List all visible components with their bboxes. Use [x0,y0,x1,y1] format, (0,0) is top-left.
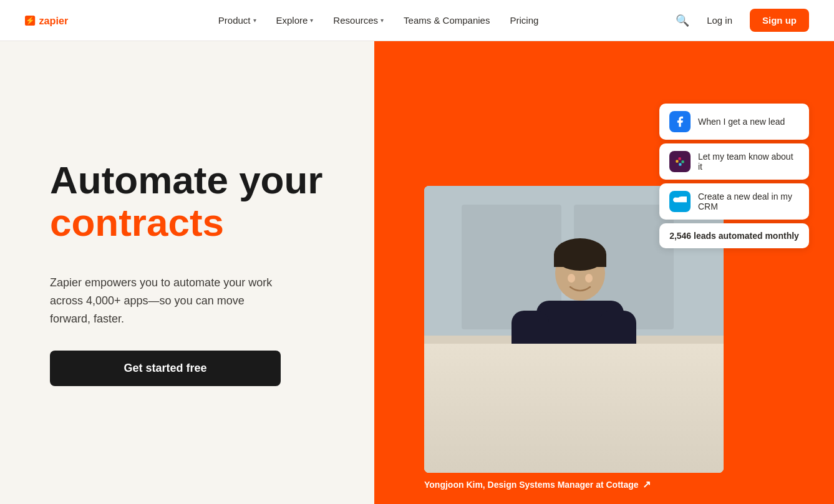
salesforce-icon [669,191,691,212]
svg-point-25 [669,358,689,371]
svg-point-22 [585,274,593,283]
hero-title-accent: contracts [50,201,337,244]
svg-text:zapier: zapier [39,15,69,26]
main-container: Automate your contracts Zapier empowers … [0,41,834,504]
search-icon[interactable]: 🔍 [676,14,689,27]
hero-title-line1: Automate your contracts [50,159,337,269]
svg-text:⚡: ⚡ [26,16,35,24]
svg-rect-14 [512,311,549,373]
stats-text: 2,546 leads automated monthly [669,231,799,241]
automation-card-facebook: When I get a new lead [659,104,809,140]
nav-resources[interactable]: Resources ▾ [326,10,391,31]
svg-rect-7 [487,361,711,435]
attribution-text: Yongjoon Kim, Design Systems Manager at … [424,480,639,490]
svg-rect-17 [546,376,639,431]
nav-explore[interactable]: Explore ▾ [269,10,321,31]
svg-rect-15 [599,311,636,373]
svg-rect-28 [679,157,681,160]
photo-attribution: Yongjoon Kim, Design Systems Manager at … [424,478,651,490]
svg-point-21 [568,274,575,283]
card-slack-text: Let my team know about it [698,152,799,172]
card-facebook-text: When I get a new lead [698,117,785,127]
nav-pricing[interactable]: Pricing [502,10,546,31]
svg-rect-12 [554,254,606,267]
svg-rect-27 [682,160,684,163]
svg-rect-8 [512,435,524,473]
svg-rect-20 [549,392,599,394]
automation-card-salesforce: Create a new deal in my CRM [659,183,809,220]
svg-rect-24 [674,366,685,390]
right-panel: When I get a new lead Let my team know a… [374,41,834,504]
slack-icon [669,151,691,172]
card-salesforce-text: Create a new deal in my CRM [698,191,799,211]
get-started-button[interactable]: Get started free [50,351,281,386]
svg-rect-26 [676,160,678,163]
svg-rect-29 [679,163,681,166]
left-panel: Automate your contracts Zapier empowers … [0,41,374,504]
navbar: ⚡ zapier Product ▾ Explore ▾ Resources ▾… [0,0,834,41]
login-button[interactable]: Log in [699,10,740,31]
nav-links: Product ▾ Explore ▾ Resources ▾ Teams & … [211,10,546,31]
chevron-down-icon: ▾ [253,17,256,24]
svg-rect-19 [549,387,630,389]
automation-cards: When I get a new lead Let my team know a… [659,104,809,248]
logo[interactable]: ⚡ zapier [25,12,81,29]
svg-rect-18 [549,380,611,384]
stats-card: 2,546 leads automated monthly [659,223,809,248]
svg-rect-6 [424,336,724,473]
automation-card-slack: Let my team know about it [659,143,809,180]
svg-rect-23 [649,370,662,387]
chevron-down-icon: ▾ [310,17,313,24]
facebook-icon [669,111,691,132]
nav-right: 🔍 Log in Sign up [676,9,809,32]
hero-description: Zapier empowers you to automate your wor… [50,274,287,327]
svg-rect-16 [543,373,642,435]
external-link-icon[interactable]: ↗ [642,478,651,490]
svg-rect-9 [686,435,699,473]
nav-teams-companies[interactable]: Teams & Companies [396,10,497,31]
chevron-down-icon: ▾ [381,17,384,24]
nav-product[interactable]: Product ▾ [211,10,264,31]
signup-button[interactable]: Sign up [750,9,809,32]
